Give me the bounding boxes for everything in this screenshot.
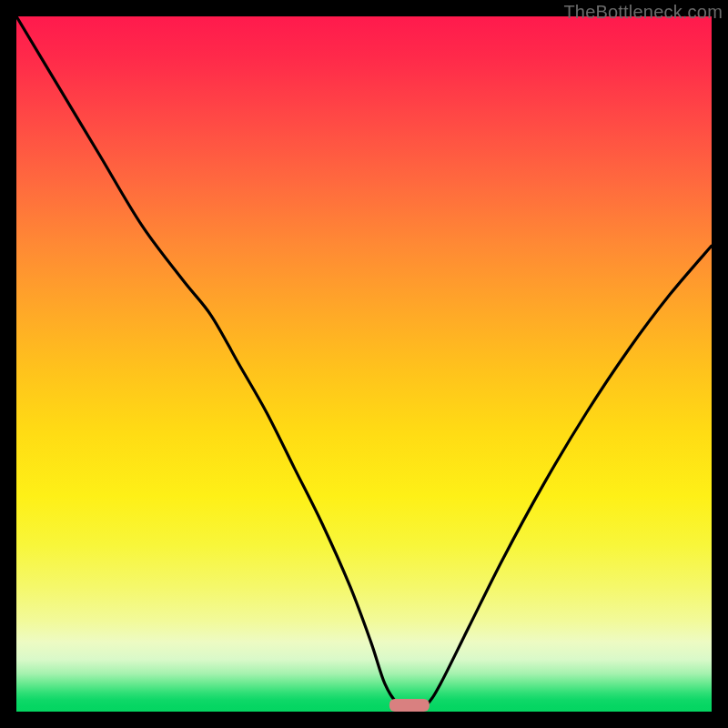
plot-area <box>16 16 712 712</box>
bottleneck-curve <box>16 16 712 708</box>
curve-layer <box>16 16 712 712</box>
optimal-marker <box>389 699 430 712</box>
chart-stage: TheBottleneck.com <box>0 0 728 728</box>
watermark-text: TheBottleneck.com <box>563 2 723 23</box>
